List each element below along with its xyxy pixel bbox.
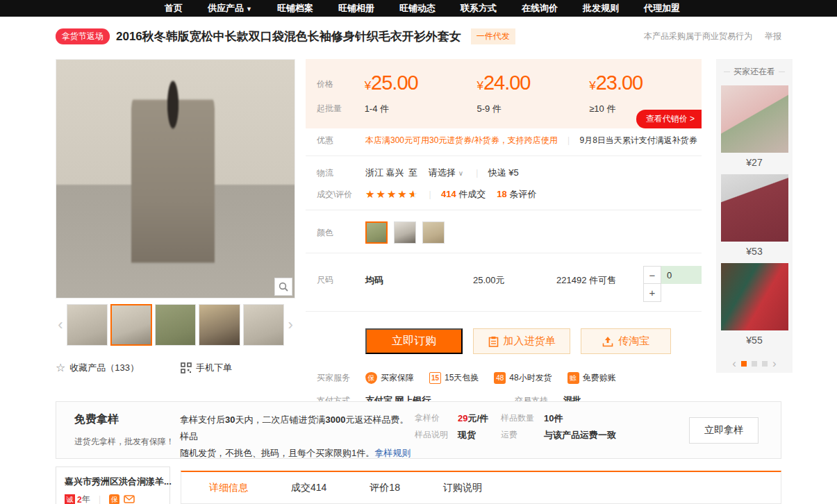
message-icon[interactable]	[124, 495, 135, 504]
sample-description: 拿样支付后30天内，二次店铺进货满3000元返还样品费。样品 随机发货，不挑色、…	[180, 402, 415, 458]
ship-to-word: 至	[408, 167, 417, 179]
order-now-button[interactable]: 立即订购	[365, 328, 463, 354]
promo-event-text: 9月8日当天累计支付满返补货券	[579, 135, 697, 146]
sidebar-title: 买家还在看	[716, 59, 793, 79]
related-item-2[interactable]: ¥53	[721, 174, 788, 257]
color-swatch-green-selected[interactable]	[365, 221, 388, 244]
sample-price-value: 29元/件	[458, 412, 488, 424]
nav-shop-feed[interactable]: 旺铺动态	[399, 2, 436, 15]
nav-wholesale-rules[interactable]: 批发规则	[583, 2, 619, 15]
sample-qty-label: 样品数量	[501, 412, 544, 424]
add-to-purchase-list-button[interactable]: 加入进货单	[473, 328, 570, 354]
seller-name-link[interactable]: 嘉兴市秀洲区洪合涧漾羊...	[65, 476, 172, 487]
send-to-taobao-button[interactable]: 传淘宝	[581, 328, 671, 354]
sample-desc-value: 现货	[458, 429, 476, 441]
review-count-link[interactable]: 18 条评价	[497, 188, 536, 201]
product-gallery: ‹ › ☆ 收藏产品（133） 手机下单	[56, 59, 295, 374]
related-item-3[interactable]: ¥55	[721, 263, 788, 346]
seller-card: 嘉兴市秀洲区洪合涧漾羊... 诚 2 年 ｜ 保	[56, 467, 170, 504]
sidebar-page-dot-1[interactable]	[741, 361, 747, 367]
integrity-badge-icon: 诚	[65, 494, 75, 504]
48hour-ship-link[interactable]: 48小时发货	[509, 372, 552, 384]
sidebar-prev-icon[interactable]: ‹	[732, 357, 736, 371]
divider	[306, 156, 702, 156]
color-swatch-khaki[interactable]	[422, 221, 445, 244]
qty-plus-button[interactable]: +	[643, 284, 661, 302]
nav-shop-album[interactable]: 旺铺相册	[338, 2, 374, 15]
nav-agent-join[interactable]: 代理加盟	[644, 2, 680, 15]
free-credit-link[interactable]: 免费赊账	[583, 372, 616, 384]
tab-reviews[interactable]: 评价18	[370, 482, 400, 494]
thumbnail-5[interactable]	[243, 304, 284, 346]
size-stock: 221492 件可售	[556, 266, 643, 287]
nav-contact[interactable]: 联系方式	[461, 2, 497, 15]
sidebar-page-dot-2[interactable]	[752, 361, 757, 367]
report-link[interactable]: 举报	[765, 31, 781, 42]
event-badge: 拿货节返场	[56, 28, 110, 44]
seller-years-number: 2	[77, 495, 82, 504]
thumbnail-3[interactable]	[155, 304, 196, 346]
get-sample-button[interactable]: 立即拿样	[689, 417, 759, 444]
buyer-guarantee-link[interactable]: 买家保障	[381, 372, 414, 384]
ship-from: 浙江 嘉兴	[365, 167, 404, 179]
clipboard-icon	[488, 336, 499, 347]
sample-subtitle: 进货先拿样，批发有保障！	[74, 436, 180, 448]
favorite-star-icon: ☆	[56, 361, 65, 374]
related-item-3-image[interactable]	[721, 263, 788, 330]
related-item-2-price: ¥53	[721, 246, 788, 257]
product-page: 首页 供应产品▼ 旺铺档案 旺铺相册 旺铺动态 联系方式 在线询价 批发规则 代…	[0, 0, 837, 504]
nav-products[interactable]: 供应产品▼	[208, 2, 252, 15]
related-item-3-price: ¥55	[721, 335, 788, 346]
thumbs-next-icon[interactable]: ›	[285, 316, 295, 334]
related-item-1-price: ¥27	[721, 157, 788, 168]
moq-tier-1: 1-4 件	[365, 103, 477, 115]
15day-return-link[interactable]: 15天包换	[445, 372, 479, 384]
main-product-image[interactable]	[56, 59, 295, 299]
promo-label: 优惠	[317, 135, 365, 146]
favorite-product-link[interactable]: 收藏产品（133）	[69, 362, 139, 374]
detail-tab-bar: 详细信息 成交414 评价18 订购说明	[181, 471, 781, 504]
thumbs-prev-icon[interactable]: ‹	[56, 316, 65, 334]
promo-coupon-link[interactable]: 本店满300元可用30元进货券/补货券，支持跨店使用	[365, 135, 558, 146]
view-consign-price-button[interactable]: 查看代销价 >	[636, 110, 702, 128]
thumbnail-4[interactable]	[199, 304, 240, 346]
tab-deals[interactable]: 成交414	[291, 482, 326, 494]
thumbnail-1[interactable]	[67, 304, 108, 346]
rating-stars: ★★★★★★★★★★	[365, 188, 419, 201]
related-item-1[interactable]: ¥27	[721, 85, 788, 168]
divider	[306, 253, 702, 253]
thumbnail-2-selected[interactable]	[110, 304, 151, 346]
deal-count-link[interactable]: 414 件成交	[441, 188, 486, 201]
quantity-stepper: − +	[643, 266, 702, 302]
guarantee-badge-icon: 保	[109, 494, 119, 504]
size-price: 25.00元	[473, 266, 556, 287]
divider	[306, 311, 702, 312]
quantity-input[interactable]	[661, 266, 702, 284]
size-value: 均码	[365, 266, 473, 287]
destination-select[interactable]: 请选择∨	[429, 167, 463, 179]
tab-order-notes[interactable]: 订购说明	[443, 482, 482, 494]
mobile-order-link[interactable]: 手机下单	[196, 362, 232, 374]
tab-detail-info[interactable]: 详细信息	[209, 482, 248, 494]
sidebar-next-icon[interactable]: ›	[772, 357, 777, 371]
sample-price-label: 拿样价	[415, 412, 458, 424]
nav-inquiry[interactable]: 在线询价	[522, 2, 558, 15]
qty-minus-button[interactable]: −	[643, 266, 661, 284]
sample-desc-label: 样品说明	[415, 429, 458, 441]
sidebar-page-dot-3[interactable]	[762, 361, 768, 367]
top-nav-bar: 首页 供应产品▼ 旺铺档案 旺铺相册 旺铺动态 联系方式 在线询价 批发规则 代…	[0, 0, 837, 17]
color-label: 颜色	[317, 227, 365, 239]
nav-shop-profile[interactable]: 旺铺档案	[277, 2, 313, 15]
deals-label: 成交\评价	[317, 189, 365, 201]
color-swatch-dark[interactable]	[394, 221, 416, 244]
sample-rules-link[interactable]: 拿样规则	[374, 448, 411, 458]
related-item-1-image[interactable]	[721, 85, 788, 153]
related-item-2-image[interactable]	[721, 174, 788, 242]
price-tier-2: ¥24.00	[476, 72, 589, 94]
title-row: 拿货节返场 2016秋冬韩版宽松中长款双口袋混色长袖修身针织毛衣开衫外套女 一件…	[56, 28, 781, 44]
nav-home[interactable]: 首页	[165, 2, 183, 15]
size-label: 尺码	[317, 266, 365, 286]
free-credit-icon: 赊	[567, 372, 579, 384]
magnifier-icon[interactable]	[274, 278, 292, 296]
qr-code-icon	[181, 362, 192, 373]
